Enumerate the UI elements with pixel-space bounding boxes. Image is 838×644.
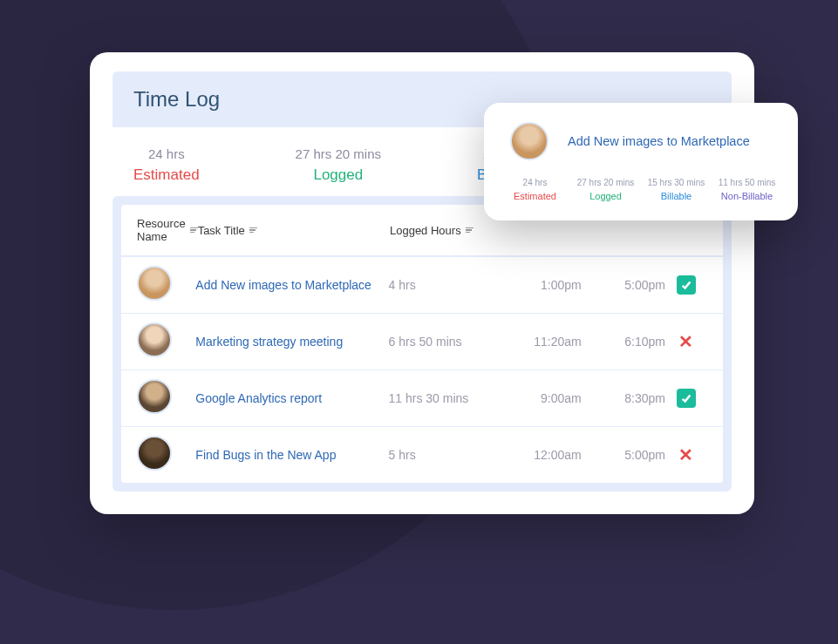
metric-value: 15 hrs 30 mins: [648, 178, 705, 187]
sort-icon: [249, 227, 257, 234]
summary-label: Estimated: [133, 166, 200, 184]
check-icon: [677, 389, 696, 408]
detail-header: Add New images to Marketplace: [500, 122, 782, 160]
avatar: [137, 266, 172, 301]
metric-value: 24 hrs: [523, 178, 548, 187]
metric-value: 11 hrs 50 mins: [719, 178, 776, 187]
avatar: [510, 122, 548, 160]
end-time: 5:00pm: [582, 448, 665, 462]
end-time: 8:30pm: [582, 391, 665, 405]
end-time: 6:10pm: [582, 335, 665, 349]
time-log-table: Resource Name Task Title Logged Hours: [121, 205, 723, 483]
metric-label: Billable: [661, 191, 692, 201]
logged-hours: 11 hrs 30 mins: [389, 391, 498, 405]
table-row[interactable]: Find Bugs in the New App 5 hrs 12:00am 5…: [121, 427, 723, 483]
metric-label: Non-Billable: [721, 191, 773, 201]
metric-logged: 27 hrs 20 mins Logged: [574, 178, 637, 201]
summary-value: 27 hrs 20 mins: [296, 146, 381, 161]
metric-billable: 15 hrs 30 mins Billable: [644, 178, 708, 201]
task-title[interactable]: Google Analytics report: [195, 391, 388, 405]
start-time: 1:00pm: [498, 278, 582, 292]
end-time: 5:00pm: [582, 278, 665, 292]
metric-estimated: 24 hrs Estimated: [503, 178, 567, 201]
col-start: [499, 217, 583, 243]
col-status: [665, 217, 707, 243]
metric-value: 27 hrs 20 mins: [577, 178, 635, 187]
avatar: [137, 436, 172, 471]
avatar: [137, 322, 172, 357]
summary-estimated: 24 hrs Estimated: [133, 146, 200, 184]
task-title[interactable]: Find Bugs in the New App: [195, 448, 388, 462]
col-logged[interactable]: Logged Hours: [390, 217, 499, 243]
table-row[interactable]: Google Analytics report 11 hrs 30 mins 9…: [121, 370, 723, 427]
col-label: Logged Hours: [390, 224, 461, 237]
start-time: 12:00am: [498, 448, 582, 462]
col-label: Task Title: [198, 224, 245, 237]
summary-logged: 27 hrs 20 mins Logged: [296, 146, 381, 184]
col-resource[interactable]: Resource Name: [137, 217, 198, 243]
start-time: 11:20am: [498, 335, 582, 349]
col-end: [582, 217, 665, 243]
cross-icon: ✕: [678, 445, 693, 464]
metric-nonbillable: 11 hrs 50 mins Non-Billable: [715, 178, 779, 201]
table-container: Resource Name Task Title Logged Hours: [112, 196, 732, 491]
avatar: [137, 379, 172, 414]
sort-icon: [190, 227, 198, 234]
task-detail-card: Add New images to Marketplace 24 hrs Est…: [484, 103, 798, 220]
table-row[interactable]: Marketing strategy meeting 6 hrs 50 mins…: [121, 314, 723, 370]
cross-icon: ✕: [678, 332, 693, 351]
summary-value: 24 hrs: [148, 146, 185, 161]
sort-icon: [466, 227, 474, 234]
task-title[interactable]: Marketing strategy meeting: [195, 335, 388, 349]
col-label: Resource Name: [137, 217, 186, 243]
detail-title[interactable]: Add New images to Marketplace: [568, 134, 750, 148]
table-row[interactable]: Add New images to Marketplace 4 hrs 1:00…: [121, 257, 723, 314]
metric-label: Estimated: [514, 191, 556, 201]
check-icon: [677, 275, 696, 295]
start-time: 9:00am: [498, 391, 582, 405]
task-title[interactable]: Add New images to Marketplace: [195, 278, 388, 292]
logged-hours: 4 hrs: [389, 278, 498, 292]
detail-metrics: 24 hrs Estimated 27 hrs 20 mins Logged 1…: [500, 178, 782, 201]
logged-hours: 5 hrs: [389, 448, 498, 462]
logged-hours: 6 hrs 50 mins: [389, 335, 498, 349]
col-task[interactable]: Task Title: [198, 217, 390, 243]
metric-label: Logged: [589, 191, 622, 201]
summary-label: Logged: [313, 166, 363, 184]
